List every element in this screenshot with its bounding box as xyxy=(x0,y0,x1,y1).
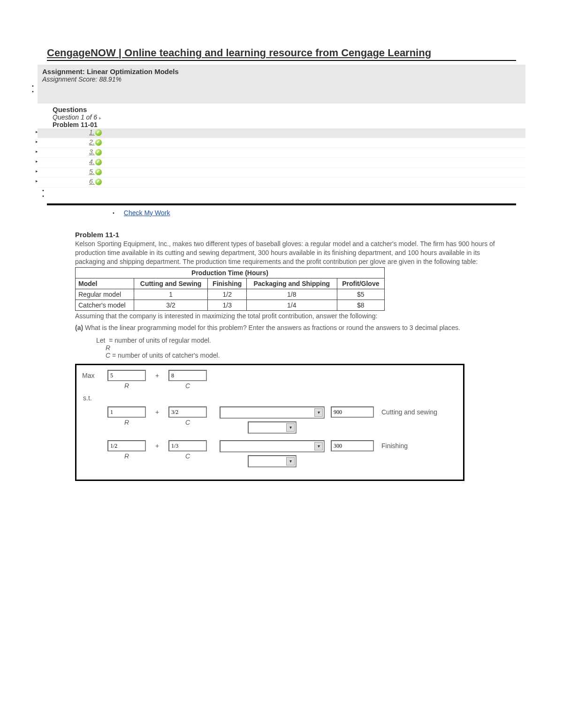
c2-name: Finishing xyxy=(381,440,408,450)
part-a-text: What is the linear programming model for… xyxy=(85,324,460,331)
check-my-work-link[interactable]: Check My Work xyxy=(124,209,170,217)
var-c: C xyxy=(106,352,110,359)
question-nav-item-5[interactable]: 5. xyxy=(38,168,525,178)
plus-icon: + xyxy=(152,440,162,450)
problem-short-label: Problem 11-01 xyxy=(53,121,516,128)
max-label: Max xyxy=(82,370,101,379)
question-link-4[interactable]: 4. xyxy=(89,158,95,165)
c2-relation-select[interactable] xyxy=(220,440,325,452)
check-icon xyxy=(95,129,102,136)
chevron-right-icon: ▸ xyxy=(99,115,101,120)
answer-panel: Max R + C s.t. R + C xyxy=(75,364,464,481)
col-finishing: Finishing xyxy=(208,278,247,289)
col-cutting: Cutting and Sewing xyxy=(134,278,208,289)
page-title: CengageNOW | Online teaching and learnin… xyxy=(47,47,516,61)
part-a: (a) What is the linear programming model… xyxy=(75,323,516,332)
c1-rhs-input[interactable] xyxy=(331,406,374,418)
question-link-5[interactable]: 5. xyxy=(89,168,95,175)
c2-coef-c-input[interactable] xyxy=(168,440,207,451)
score-label: Assignment Score: xyxy=(42,75,98,83)
subject-to-label: s.t. xyxy=(83,394,457,402)
c1-coef-r-input[interactable] xyxy=(107,406,146,418)
bullet-icon: • xyxy=(113,210,114,216)
check-icon xyxy=(95,169,102,175)
tagline: Online teaching and learning resource fr… xyxy=(124,47,431,59)
question-nav-item-6[interactable]: 6. xyxy=(38,178,525,188)
divider xyxy=(47,203,516,205)
table-row: Catcher's model 3/2 1/3 1/4 $8 xyxy=(76,300,385,310)
col-packaging: Packaging and Shipping xyxy=(246,278,337,289)
question-nav-item-2[interactable]: 2. xyxy=(38,138,525,148)
c1-name: Cutting and sewing xyxy=(381,406,437,416)
brand-name: CengageNOW xyxy=(47,47,116,59)
question-nav-item-3[interactable]: 3. xyxy=(38,148,525,158)
question-position: Question 1 of 6 xyxy=(53,113,97,121)
assignment-name: Linear Optimization Models xyxy=(87,68,179,75)
check-icon xyxy=(95,139,102,146)
check-icon xyxy=(95,159,102,165)
question-nav-item-4[interactable]: 4. xyxy=(38,158,525,168)
check-icon xyxy=(95,179,102,185)
table-super-header: Production Time (Hours) xyxy=(76,267,385,278)
plus-icon: + xyxy=(152,370,162,379)
variable-definitions: Let = number of units of regular model. … xyxy=(96,337,516,359)
c2-coef-r-input[interactable] xyxy=(107,440,146,451)
obj-coef-c-input[interactable] xyxy=(168,370,207,381)
plus-icon: + xyxy=(152,406,162,416)
problem-title: Problem 11-1 xyxy=(75,231,516,239)
c2-rhs-input[interactable] xyxy=(331,440,374,451)
col-model: Model xyxy=(76,278,134,289)
question-link-2[interactable]: 2. xyxy=(89,138,95,146)
followup-text: Assuming that the company is interested … xyxy=(75,312,516,321)
c1-relation2-select[interactable] xyxy=(248,421,297,434)
check-icon xyxy=(95,149,102,156)
obj-coef-r-input[interactable] xyxy=(107,370,146,381)
assignment-label: Assignment: xyxy=(42,68,85,75)
production-table: Production Time (Hours) Model Cutting an… xyxy=(75,267,385,311)
question-nav-item-1[interactable]: 1. xyxy=(38,128,525,138)
assignment-header: Assignment: Linear Optimization Models A… xyxy=(38,65,525,104)
col-profit: Profit/Glove xyxy=(337,278,384,289)
question-link-3[interactable]: 3. xyxy=(89,148,95,156)
table-row: Regular model 1 1/2 1/8 $5 xyxy=(76,289,385,300)
problem-description: Kelson Sporting Equipment, Inc., makes t… xyxy=(75,240,511,266)
c1-relation-select[interactable] xyxy=(220,406,325,419)
questions-heading: Questions xyxy=(53,105,516,113)
score-value: 88.91% xyxy=(99,75,121,83)
question-nav-list: 1. 2. 3. 4. 5. 6. xyxy=(38,128,525,188)
c1-coef-c-input[interactable] xyxy=(168,406,207,418)
var-r: R xyxy=(106,344,516,352)
question-link-1[interactable]: 1. xyxy=(89,128,95,136)
part-a-label: (a) xyxy=(75,324,83,331)
c2-relation2-select[interactable] xyxy=(248,455,297,467)
question-link-6[interactable]: 6. xyxy=(89,178,95,185)
